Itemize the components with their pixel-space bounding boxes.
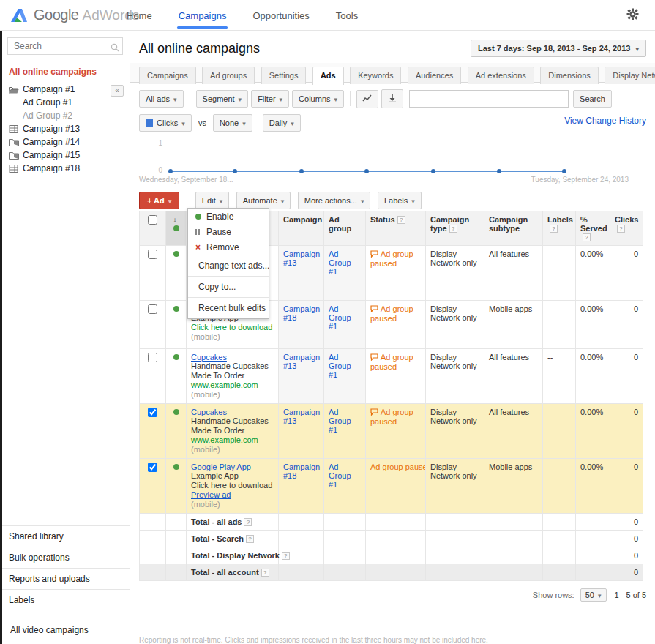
campaign-link[interactable]: Campaign #18	[283, 304, 320, 322]
add-ad-button[interactable]: + Ad▾	[139, 192, 179, 209]
sidebar-item-labels[interactable]: Labels	[0, 589, 130, 610]
nav-tools[interactable]: Tools	[323, 0, 371, 31]
row-checkbox[interactable]	[148, 250, 157, 259]
header-labels[interactable]: Labels?	[543, 211, 576, 246]
campaign-link[interactable]: Campaign #13	[283, 250, 320, 267]
nav-opportunities[interactable]: Opportunities	[239, 0, 322, 31]
help-icon[interactable]: ?	[261, 569, 269, 577]
tab-ads[interactable]: Ads	[312, 67, 344, 85]
data-point[interactable]	[299, 169, 304, 173]
tab-settings[interactable]: Settings	[261, 67, 307, 84]
tree-item-campaign-13[interactable]: Campaign #13	[0, 122, 130, 135]
metric-select-button[interactable]: Clicks▾	[139, 114, 192, 132]
columns-button[interactable]: Columns▾	[292, 90, 344, 108]
data-point[interactable]	[364, 169, 369, 173]
header-clicks[interactable]: Clicks?	[610, 211, 643, 246]
automate-button[interactable]: Automate▾	[236, 192, 291, 209]
sidebar-collapse-button[interactable]: «	[111, 85, 124, 97]
help-icon[interactable]: ?	[397, 216, 405, 224]
filter-button[interactable]: Filter▾	[251, 90, 289, 108]
help-icon[interactable]: ?	[246, 535, 254, 543]
total-clicks: 0	[610, 547, 643, 564]
all-ads-filter-button[interactable]: All ads▾	[139, 90, 184, 108]
help-icon[interactable]: ?	[244, 518, 252, 526]
data-point[interactable]	[233, 169, 237, 173]
tree-item-campaign-14[interactable]: Campaign #14	[0, 135, 130, 149]
campaign-link[interactable]: Campaign #18	[283, 463, 320, 480]
segment-button[interactable]: Segment▾	[196, 90, 249, 108]
sidebar-item-shared-library[interactable]: Shared library	[0, 525, 130, 547]
tree-item-campaign-15[interactable]: Campaign #15	[0, 149, 130, 162]
edit-button[interactable]: Edit▾	[195, 192, 230, 209]
campaign-link[interactable]: Campaign #13	[283, 408, 320, 425]
menu-item-change-text-ads[interactable]: Change text ads...	[188, 255, 269, 276]
menu-item-enable[interactable]: Enable	[188, 209, 269, 224]
header-campaign-type[interactable]: Campaign type?	[426, 211, 484, 246]
tab-display-network[interactable]: Display Network	[605, 67, 655, 84]
nav-home[interactable]: Home	[113, 0, 165, 31]
help-icon[interactable]: ?	[583, 233, 591, 242]
ad-group-link[interactable]: Ad Group #1	[329, 250, 351, 276]
granularity-button[interactable]: Daily▾	[263, 114, 301, 132]
tree-item-campaign-18[interactable]: Campaign #18	[0, 162, 130, 175]
ad-group-link[interactable]: Ad Group #1	[329, 408, 351, 434]
labels-button[interactable]: Labels▾	[378, 192, 422, 209]
search-button[interactable]: Search	[573, 90, 612, 108]
row-checkbox[interactable]	[148, 304, 157, 314]
download-button[interactable]	[381, 89, 403, 108]
menu-item-recent-bulk-edits[interactable]: Recent bulk edits	[188, 298, 269, 318]
sidebar-all-online-campaigns[interactable]: All online campaigns	[9, 67, 130, 77]
data-point[interactable]	[497, 169, 501, 173]
ad-group-link[interactable]: Ad Group #1	[329, 463, 351, 489]
header-served[interactable]: % Served?	[576, 211, 610, 246]
chart-toggle-button[interactable]	[356, 90, 378, 108]
help-icon[interactable]: ?	[449, 225, 457, 233]
sort-arrow-icon[interactable]: ↓	[173, 216, 177, 224]
header-status[interactable]: Status?	[366, 211, 426, 246]
help-icon[interactable]: ?	[550, 225, 558, 233]
ad-title-link[interactable]: Cupcakes	[191, 408, 227, 416]
more-actions-button[interactable]: More actions...▾	[298, 192, 371, 209]
header-ad-group[interactable]: Ad group	[324, 211, 366, 246]
sidebar-item-bulk-operations[interactable]: Bulk operations	[0, 547, 130, 568]
select-all-checkbox[interactable]	[148, 215, 157, 225]
compare-metric-button[interactable]: None▾	[213, 114, 252, 132]
gear-icon[interactable]	[626, 8, 639, 23]
ad-title-link[interactable]: Cupcakes	[191, 353, 227, 362]
show-rows-select[interactable]: 50▾	[580, 588, 607, 602]
tree-item-ad-group-2[interactable]: Ad Group #2	[0, 109, 130, 122]
header-campaign-subtype[interactable]: Campaign subtype	[484, 211, 543, 246]
tab-campaigns[interactable]: Campaigns	[139, 67, 196, 84]
row-checkbox[interactable]	[148, 463, 157, 472]
header-campaign[interactable]: Campaign	[279, 211, 324, 246]
tab-keywords[interactable]: Keywords	[350, 67, 401, 84]
ad-title-link[interactable]: Google Play App	[191, 463, 251, 471]
campaign-link[interactable]: Campaign #13	[283, 353, 320, 370]
tab-audiences[interactable]: Audiences	[408, 67, 461, 84]
row-checkbox[interactable]	[148, 353, 157, 362]
data-point[interactable]	[168, 169, 173, 173]
data-point[interactable]	[562, 169, 566, 173]
tree-item-ad-group-1[interactable]: Ad Group #1	[0, 96, 130, 109]
nav-campaigns[interactable]: Campaigns	[165, 0, 240, 31]
ad-group-link[interactable]: Ad Group #1	[329, 304, 351, 331]
tab-dimensions[interactable]: Dimensions	[540, 67, 598, 84]
view-change-history-link[interactable]: View Change History	[564, 116, 646, 126]
sidebar-item-reports-and-uploads[interactable]: Reports and uploads	[0, 568, 130, 589]
tab-ad-groups[interactable]: Ad groups	[202, 67, 255, 84]
help-icon[interactable]: ?	[282, 552, 290, 560]
tab-ad-extensions[interactable]: Ad extensions	[468, 67, 534, 84]
menu-item-remove[interactable]: × Remove	[188, 239, 269, 255]
data-point[interactable]	[431, 169, 435, 173]
ad-group-link[interactable]: Ad Group #1	[329, 353, 351, 379]
menu-item-copy-to[interactable]: Copy to...	[188, 277, 269, 297]
preview-ad-link[interactable]: Preview ad	[191, 490, 274, 500]
sidebar: All online campaigns « Campaign #1 Ad Gr…	[0, 31, 130, 644]
sidebar-item-all-video-campaigns[interactable]: All video campaigns	[0, 618, 130, 644]
table-search-input[interactable]	[409, 90, 569, 108]
row-checkbox[interactable]	[148, 408, 157, 417]
date-range-button[interactable]: Last 7 days: Sep 18, 2013 - Sep 24, 2013…	[471, 40, 646, 57]
help-icon[interactable]: ?	[617, 225, 625, 233]
sidebar-search-input[interactable]	[7, 37, 123, 55]
menu-item-pause[interactable]: Pause	[188, 224, 269, 239]
